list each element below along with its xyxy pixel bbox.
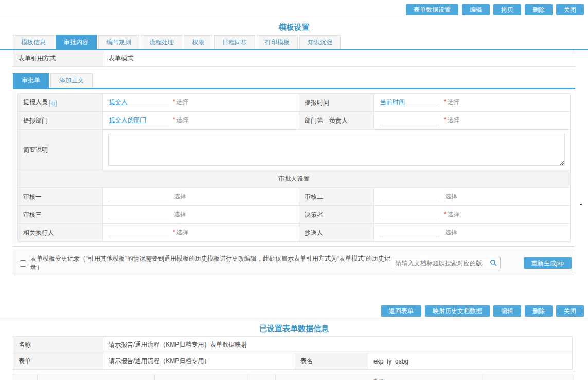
decision-maker-value-cell: *选择: [374, 206, 571, 224]
submit-time-select-link[interactable]: 选择: [448, 98, 460, 106]
brief-textarea[interactable]: [108, 134, 565, 166]
form-value: 请示报告/通用流程（KMP归档专用）: [103, 353, 295, 370]
table-name-label: 表名: [295, 353, 368, 370]
required-mark: *: [173, 116, 175, 124]
regenerate-jsp-button[interactable]: 重新生成jsp: [524, 257, 572, 269]
form-data-info-panel: 返回表单 映射历史文档数据 编辑 删除 关闭 已设置表单数据信息 名称 请示报告…: [0, 301, 588, 380]
submitter-select-link[interactable]: 选择: [176, 98, 189, 106]
table-name-value: ekp_fy_qsbg: [368, 353, 573, 370]
submit-dept-label: 提报部门: [18, 112, 103, 130]
tab-approval-content[interactable]: 审批内容: [56, 35, 97, 49]
search-icon[interactable]: [487, 257, 500, 269]
version-search-input[interactable]: [391, 260, 487, 267]
table-row: 提报部门 提交人的部门*选择 部门第一负责人 *选择: [18, 112, 571, 130]
subtab-approval-sheet[interactable]: 审批单: [13, 73, 49, 88]
table-row: 名称 请示报告/通用流程（KMP归档专用）表单数据映射: [13, 337, 573, 353]
required-mark: *: [173, 229, 175, 236]
edit-button[interactable]: 编辑: [462, 4, 490, 15]
required-mark: *: [444, 116, 447, 124]
approval-subtabs: 审批单 添加正文: [13, 73, 575, 89]
table-row: 相关执行人 *选择 抄送人 选择: [18, 224, 571, 242]
table-row: 审核一 选择 审核二 选择: [18, 188, 571, 206]
table-header-row: 序号 名称 字段 长度 类型 说明: [14, 374, 574, 380]
reviewer2-label: 审核二: [299, 188, 374, 206]
template-toolbar: 表单数据设置 编辑 拷贝 删除 关闭: [0, 0, 588, 19]
table-row: 提报人员a 提交人*选择 提报时间 当前时间*选择: [18, 94, 571, 112]
stray-dot: [580, 204, 582, 205]
close-button[interactable]: 关闭: [556, 4, 584, 15]
cc-select-link[interactable]: 选择: [445, 229, 457, 236]
reviewer3-select-link[interactable]: 选择: [174, 211, 186, 218]
submit-dept-select-link[interactable]: 选择: [176, 116, 189, 124]
submitter-default-link[interactable]: 提交人: [109, 98, 128, 106]
col-no: 序号: [14, 374, 38, 380]
delete-button[interactable]: 删除: [525, 305, 553, 317]
change-record-checkbox[interactable]: [20, 260, 26, 267]
form-reference-mode-row: 表单引用方式 表单模式: [13, 50, 575, 67]
table-row: 审核三 选择 决策者 *选择: [18, 206, 571, 224]
reviewer1-value-cell: 选择: [103, 188, 299, 206]
dept-head-select-link[interactable]: 选择: [448, 116, 460, 124]
map-history-docs-button[interactable]: 映射历史文档数据: [425, 305, 490, 317]
element-type-icon: a: [49, 100, 57, 107]
template-tabs: 模板信息 审批内容 编号规则 流程处理 权限 日程同步 打印模板 知识沉淀: [0, 35, 588, 50]
col-name: 名称: [38, 374, 155, 380]
version-search: [391, 257, 501, 269]
tab-print-template[interactable]: 打印模板: [257, 35, 298, 49]
form-data-info-table: 名称 请示报告/通用流程（KMP归档专用）表单数据映射 表单 请示报告/通用流程…: [13, 336, 573, 370]
table-row: 简要说明: [18, 130, 571, 170]
tab-permissions[interactable]: 权限: [184, 35, 212, 49]
executor-select-link[interactable]: 选择: [176, 229, 189, 236]
approval-form-table: 提报人员a 提交人*选择 提报时间 当前时间*选择 提报部门 提交人的部门*选择…: [17, 93, 571, 242]
reviewer2-select-link[interactable]: 选择: [445, 193, 457, 200]
submit-time-default-link[interactable]: 当前时间: [380, 98, 405, 106]
submit-time-value-cell: 当前时间*选择: [374, 94, 571, 112]
brief-value-cell: [103, 130, 571, 170]
col-length: 长度: [247, 374, 276, 380]
reviewer1-select-link[interactable]: 选择: [174, 193, 186, 200]
submitter-label-cell: 提报人员a: [18, 94, 103, 112]
submit-dept-default-link[interactable]: 提交人的部门: [109, 116, 146, 124]
decision-maker-select-link[interactable]: 选择: [448, 211, 460, 218]
ref-mode-label: 表单引用方式: [13, 50, 103, 66]
cc-label: 抄送人: [299, 224, 374, 242]
copy-button[interactable]: 拷贝: [493, 4, 521, 15]
form-label: 表单: [13, 353, 103, 370]
tab-numbering-rules[interactable]: 编号规则: [98, 35, 139, 49]
required-mark: *: [173, 98, 175, 106]
tab-knowledge[interactable]: 知识沉淀: [299, 35, 341, 49]
back-to-form-button[interactable]: 返回表单: [381, 305, 421, 317]
ref-mode-value: 表单模式: [103, 50, 575, 66]
mapping-name-label: 名称: [13, 337, 103, 353]
submit-dept-value-cell: 提交人的部门*选择: [103, 112, 299, 130]
decision-maker-label: 决策者: [299, 206, 374, 224]
field-mapping-table: 序号 名称 字段 长度 类型 说明 数据库 JAVA 1 ID fd_id 36…: [14, 374, 574, 380]
edit-button[interactable]: 编辑: [493, 305, 521, 317]
executor-label: 相关执行人: [18, 224, 103, 242]
cc-value-cell: 选择: [374, 224, 571, 242]
tab-template-info[interactable]: 模板信息: [13, 35, 54, 49]
subtab-add-body[interactable]: 添加正文: [50, 73, 93, 88]
close-button[interactable]: 关闭: [556, 305, 584, 317]
field-table-box: 序号 名称 字段 长度 类型 说明 数据库 JAVA 1 ID fd_id 36…: [13, 373, 575, 380]
approval-form-box: 提报人员a 提交人*选择 提报时间 当前时间*选择 提报部门 提交人的部门*选择…: [13, 89, 575, 247]
tab-process-handling[interactable]: 流程处理: [141, 35, 182, 49]
submit-time-label: 提报时间: [299, 94, 374, 112]
form-data-toolbar: 返回表单 映射历史文档数据 编辑 删除 关闭: [0, 301, 588, 320]
table-row: 表单 请示报告/通用流程（KMP归档专用） 表名 ekp_fy_qsbg: [13, 353, 573, 370]
col-field: 字段: [155, 374, 247, 380]
mapping-name-value: 请示报告/通用流程（KMP归档专用）表单数据映射: [103, 337, 573, 353]
col-desc: 说明: [482, 374, 574, 380]
tab-schedule-sync[interactable]: 日程同步: [214, 35, 255, 49]
form-data-title: 已设置表单数据信息: [0, 320, 588, 336]
approver-section-header: 审批人设置: [18, 170, 571, 188]
reviewer3-value-cell: 选择: [103, 206, 299, 224]
table-row: 审批人设置: [18, 170, 571, 188]
page-title: 模板设置: [0, 19, 588, 35]
change-record-label: 表单模板变更记录（“引用其他模板”的情况需要到通用模板的历史模板进行更改编辑，此…: [30, 254, 391, 272]
submitter-value-cell: 提交人*选择: [103, 94, 299, 112]
submitter-label: 提报人员: [23, 98, 48, 106]
delete-button[interactable]: 删除: [525, 4, 553, 15]
required-mark: *: [444, 211, 447, 218]
form-data-settings-button[interactable]: 表单数据设置: [406, 4, 458, 15]
